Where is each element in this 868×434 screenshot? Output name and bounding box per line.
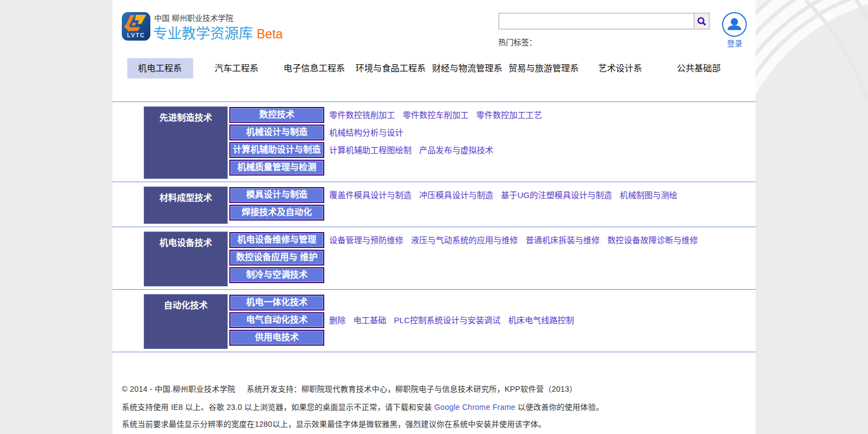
svg-text:LVTC: LVTC xyxy=(127,32,145,38)
